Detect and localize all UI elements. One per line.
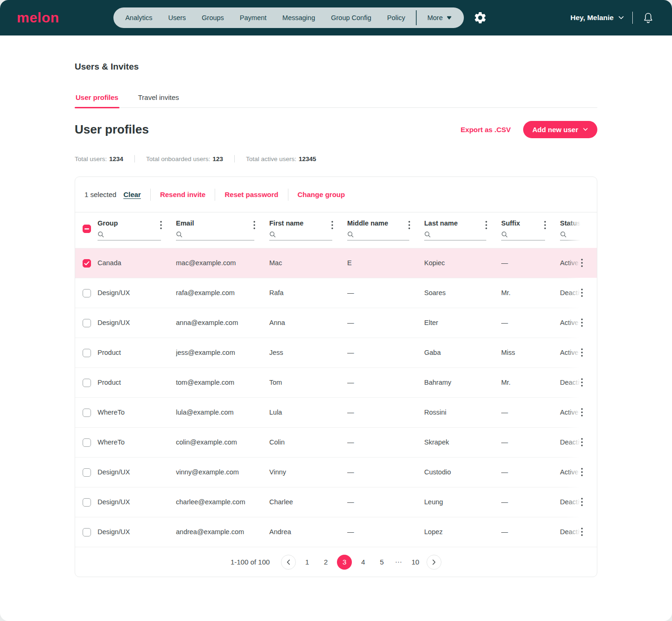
column-menu-button[interactable] xyxy=(329,220,335,232)
column-search-input-first-name[interactable] xyxy=(278,231,332,238)
page-button-3[interactable]: 3 xyxy=(337,555,352,570)
row-checkbox-cell xyxy=(75,248,98,278)
change-group-link[interactable]: Change group xyxy=(298,191,345,198)
column-header-first-name: First name xyxy=(269,212,347,248)
page-button-4[interactable]: 4 xyxy=(356,555,371,570)
row-menu-button[interactable] xyxy=(577,346,587,360)
nav-item-payment[interactable]: Payment xyxy=(232,7,274,28)
row-checkbox-cell xyxy=(75,428,98,457)
section-actions: Export as .CSV Add new user xyxy=(461,121,597,138)
nav-item-groups[interactable]: Groups xyxy=(194,7,232,28)
row-menu-button[interactable] xyxy=(577,465,587,479)
kebab-menu-icon xyxy=(485,221,487,229)
user-stats: Total users:1234Total onboarded users:12… xyxy=(75,155,597,162)
table-body: Canadamac@example.comMacEKopiec—ActiveDe… xyxy=(75,248,597,547)
user-menu[interactable]: Hey, Melanie xyxy=(570,14,624,22)
row-menu-button[interactable] xyxy=(577,405,587,419)
resend-invite-link[interactable]: Resend invite xyxy=(160,191,206,198)
nav-divider xyxy=(632,12,633,24)
column-menu-button[interactable] xyxy=(252,220,257,232)
more-label: More xyxy=(427,14,443,21)
row-menu-button[interactable] xyxy=(577,435,587,449)
row-checkbox[interactable] xyxy=(83,319,91,327)
column-label: Middle name xyxy=(347,219,409,227)
stat-label: Total users: xyxy=(75,155,107,162)
row-checkbox[interactable] xyxy=(83,409,91,417)
cell-suffix: Mr. xyxy=(501,278,560,308)
chevron-right-icon xyxy=(432,559,436,565)
table-viewport: GroupEmailFirst nameMiddle nameLast name… xyxy=(75,212,597,547)
page-button-1[interactable]: 1 xyxy=(300,555,315,570)
row-checkbox[interactable] xyxy=(83,259,91,268)
nav-pill-divider xyxy=(416,10,417,25)
row-checkbox[interactable] xyxy=(83,468,91,477)
user-table-card: 1 selected Clear Resend inviteReset pass… xyxy=(75,176,597,577)
stat-value: 123 xyxy=(212,155,223,162)
export-csv-link[interactable]: Export as .CSV xyxy=(461,126,511,134)
cell-middle: — xyxy=(347,308,424,338)
tab-travel-invites[interactable]: Travel invites xyxy=(137,93,180,107)
clear-selection-link[interactable]: Clear xyxy=(123,191,141,198)
column-search-input-email[interactable] xyxy=(185,231,254,238)
melon-logo[interactable]: melon xyxy=(17,10,59,26)
settings-button[interactable] xyxy=(472,10,488,26)
row-menu-button[interactable] xyxy=(577,525,587,539)
row-menu-button[interactable] xyxy=(577,375,587,389)
row-menu-button[interactable] xyxy=(577,316,587,330)
nav-item-messaging[interactable]: Messaging xyxy=(274,7,323,28)
table-row: Design/UXcharlee@example.comCharlee—Leun… xyxy=(75,487,597,517)
row-actions-cell xyxy=(567,427,597,457)
column-search xyxy=(347,228,409,240)
select-all-checkbox[interactable] xyxy=(83,225,91,233)
column-menu-button[interactable] xyxy=(483,220,489,232)
page-button-5[interactable]: 5 xyxy=(374,555,389,570)
column-menu-button[interactable] xyxy=(542,220,548,232)
page-button-2[interactable]: 2 xyxy=(318,555,333,570)
cell-first: Andrea xyxy=(269,517,347,547)
kebab-menu-icon xyxy=(408,221,410,229)
app-window: melon AnalyticsUsersGroupsPaymentMessagi… xyxy=(0,0,672,621)
column-search xyxy=(176,228,254,240)
tab-user-profiles[interactable]: User profiles xyxy=(75,93,119,107)
column-menu-button[interactable] xyxy=(158,220,164,232)
nav-item-more[interactable]: More xyxy=(420,14,460,21)
reset-password-link[interactable]: Reset password xyxy=(224,191,278,198)
cell-middle: — xyxy=(347,428,424,457)
row-checkbox[interactable] xyxy=(83,498,91,507)
column-search-input-middle-name[interactable] xyxy=(356,231,409,238)
nav-item-group-config[interactable]: Group Config xyxy=(323,7,379,28)
column-label: Last name xyxy=(424,219,486,227)
column-search-input-last-name[interactable] xyxy=(433,231,486,238)
row-checkbox[interactable] xyxy=(83,438,91,447)
next-page-button[interactable] xyxy=(427,555,441,570)
kebab-menu-icon xyxy=(581,259,583,267)
row-checkbox-cell xyxy=(75,308,98,338)
row-menu-button[interactable] xyxy=(577,495,587,509)
column-search-input-suffix[interactable] xyxy=(510,231,545,238)
chevron-down-icon xyxy=(618,16,624,20)
search-icon xyxy=(176,231,183,238)
row-checkbox[interactable] xyxy=(83,289,91,297)
table-row: Producttom@example.comTom—BahramyMr.Deac… xyxy=(75,367,597,397)
row-checkbox[interactable] xyxy=(83,349,91,357)
add-new-user-button[interactable]: Add new user xyxy=(523,121,597,138)
search-icon xyxy=(501,231,508,238)
nav-items: AnalyticsUsersGroupsPaymentMessagingGrou… xyxy=(117,7,413,28)
column-menu-button[interactable] xyxy=(406,220,412,232)
row-checkbox[interactable] xyxy=(83,528,91,536)
cell-suffix: Miss xyxy=(501,338,560,367)
row-actions-cell xyxy=(567,248,597,278)
stat-value: 1234 xyxy=(109,155,123,162)
row-menu-button[interactable] xyxy=(577,256,587,270)
nav-item-policy[interactable]: Policy xyxy=(379,7,413,28)
cell-suffix: — xyxy=(501,487,560,517)
row-menu-button[interactable] xyxy=(577,286,587,300)
previous-page-button[interactable] xyxy=(281,555,296,570)
nav-item-users[interactable]: Users xyxy=(160,7,194,28)
pagination-range: 1-100 of 100 xyxy=(231,558,270,566)
nav-item-analytics[interactable]: Analytics xyxy=(117,7,160,28)
notifications-button[interactable] xyxy=(641,11,655,25)
page-button-10[interactable]: 10 xyxy=(408,555,423,570)
row-checkbox[interactable] xyxy=(83,379,91,387)
column-search-input-group[interactable] xyxy=(106,231,161,238)
